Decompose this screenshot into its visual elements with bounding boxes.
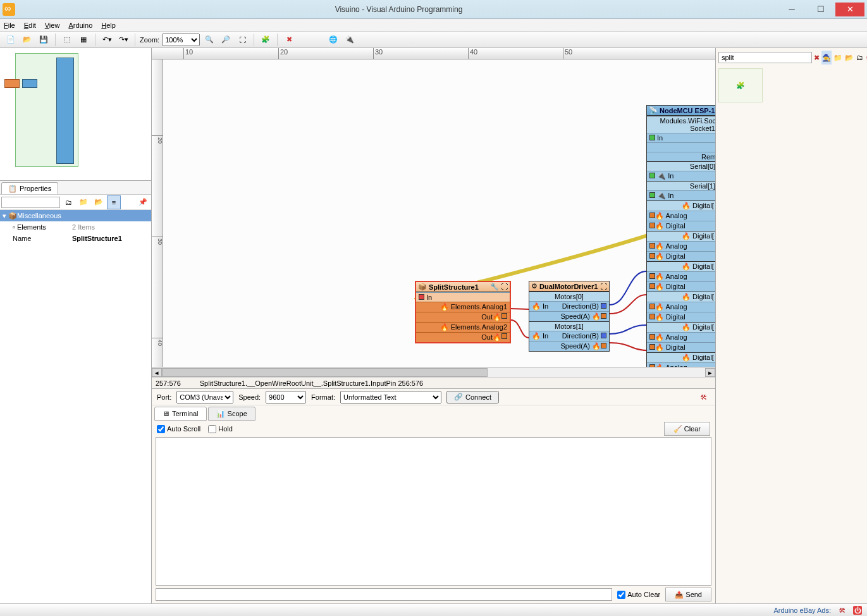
toolbar: 📄 📂 💾 ⬚ ▦ ↶▾ ↷▾ Zoom: 100% 🔍 🔎 ⛶ 🧩 ✖ 🌐 🔌 (0, 32, 867, 48)
port-select[interactable]: COM3 (Unava (176, 391, 233, 403)
delete-icon[interactable]: ✖ (282, 33, 296, 47)
redo-button[interactable]: ↷▾ (116, 33, 130, 47)
menubar: File Edit View Arduino Help (0, 19, 867, 32)
toolbox-search-input[interactable] (718, 52, 812, 63)
speed-label: Speed: (238, 393, 261, 401)
zoom-label: Zoom: (140, 36, 159, 44)
status-path: SplitStructure1.__OpenWireRootUnit__.Spl… (200, 379, 423, 387)
undo-button[interactable]: ↶▾ (100, 33, 114, 47)
toolbox-icon-1[interactable]: 📁 (833, 51, 843, 65)
footer: Arduino eBay Ads: 🛠 ⏻ (0, 603, 867, 616)
terminal-output[interactable] (156, 437, 711, 586)
menu-arduino[interactable]: Arduino (68, 22, 92, 29)
ruler-vertical: 20 30 40 (152, 59, 163, 367)
center-pane: 10 20 30 40 50 20 30 40 (152, 48, 715, 603)
tab-scope[interactable]: 📊 Scope (208, 407, 255, 421)
port-label: Port: (157, 393, 171, 401)
tab-properties[interactable]: 📋 Properties (1, 182, 58, 194)
format-select[interactable]: Unformatted Text (340, 391, 441, 403)
speed-select[interactable]: 9600 (266, 391, 306, 403)
zoom-out-icon[interactable]: 🔎 (219, 33, 233, 47)
serial-tool-icon[interactable]: 🛠 (696, 390, 710, 404)
node-dualmotordriver[interactable]: ⚙DualMotorDriver1⛶ Motors[0] 🔥 InDirecti… (529, 281, 610, 352)
new-button[interactable]: 📄 (4, 33, 18, 47)
hold-checkbox[interactable]: Hold (208, 425, 233, 433)
menu-view[interactable]: View (45, 22, 60, 29)
autoscroll-checkbox[interactable]: Auto Scroll (157, 425, 200, 433)
properties-filter-input[interactable] (1, 197, 60, 208)
tool-icon-1[interactable]: 🧩 (259, 33, 273, 47)
send-input[interactable] (156, 588, 612, 601)
clear-button[interactable]: 🧹 Clear (664, 422, 710, 436)
zoom-select[interactable]: 100% (162, 34, 200, 46)
power-icon[interactable]: ⏻ (853, 606, 862, 615)
toolbox-clear-icon[interactable]: ✖ (813, 51, 820, 65)
autoclear-checkbox[interactable]: Auto Clear (617, 591, 660, 599)
prop-category: ▾ 📦 Miscellaneous (0, 210, 151, 221)
grid-button[interactable]: ▦ (77, 33, 90, 47)
menu-edit[interactable]: Edit (24, 22, 36, 29)
open-button[interactable]: 📂 (20, 33, 34, 47)
menu-help[interactable]: Help (101, 22, 116, 29)
zoom-fit-icon[interactable]: ⛶ (235, 33, 249, 47)
prop-pin-icon[interactable]: 📌 (136, 195, 150, 209)
toolbox-icon-3[interactable]: 🗂 (856, 51, 864, 65)
prop-elements[interactable]: ▫ Elements 2 Items (0, 221, 151, 233)
prop-tool-4[interactable]: ≡ (107, 195, 121, 209)
zoom-in-icon[interactable]: 🔍 (202, 33, 216, 47)
preview-panel[interactable] (0, 48, 151, 181)
footer-tool-icon[interactable]: 🛠 (839, 607, 845, 614)
board-icon[interactable]: 🔌 (343, 33, 357, 47)
ruler-horizontal: 10 20 30 40 50 (152, 48, 715, 59)
prop-tool-3[interactable]: 📂 (92, 195, 106, 209)
status-line: 257:576 SplitStructure1.__OpenWireRootUn… (152, 377, 715, 388)
prop-name[interactable]: Name SplitStructure1 (0, 233, 151, 244)
minimize-button[interactable]: ─ (777, 3, 806, 16)
upload-icon[interactable]: 🌐 (326, 33, 340, 47)
bottom-panel: Port: COM3 (Unava Speed: 9600 Format: Un… (152, 388, 715, 603)
toolbox-pane: ✖ 🧙 📁 📂 🗂 🛠 🧩 (715, 48, 867, 603)
properties-toolbar: 🗂 📁 📂 ≡ 📌 (0, 195, 151, 210)
tab-terminal[interactable]: 🖥 Terminal (154, 407, 207, 421)
canvas[interactable]: 📦SplitStructure1🔧 ⛶ In 🔥 Elements.Analog… (163, 59, 715, 367)
titlebar: Visuino - Visual Arduino Programming ─ ☐… (0, 0, 867, 19)
status-coord: 257:576 (156, 379, 181, 387)
prop-tool-2[interactable]: 📁 (77, 195, 90, 209)
app-icon (3, 3, 15, 16)
send-button[interactable]: 📤 Send (665, 588, 711, 601)
prop-tool-1[interactable]: 🗂 (61, 195, 75, 209)
toolbox-item[interactable]: 🧩 (718, 68, 763, 102)
node-splitstructure[interactable]: 📦SplitStructure1🔧 ⛶ In 🔥 Elements.Analog… (415, 281, 511, 343)
layout-button[interactable]: ⬚ (60, 33, 74, 47)
save-button[interactable]: 💾 (37, 33, 51, 47)
format-label: Format: (311, 393, 335, 401)
node-nodemcu[interactable]: 📡NodeMCU ESP-12🔧 ⛶ Modules.WiFi.Sockets.… (646, 105, 715, 367)
toolbox-icon-2[interactable]: 📂 (844, 51, 854, 65)
connect-button[interactable]: 🔗 Connect (446, 391, 499, 403)
left-pane: 📋 Properties 🗂 📁 📂 ≡ 📌 ▾ 📦 Miscellaneous… (0, 48, 152, 603)
canvas-hscroll[interactable]: ◂▸ (152, 367, 715, 377)
menu-file[interactable]: File (4, 22, 15, 29)
footer-ads-label: Arduino eBay Ads: (773, 607, 831, 614)
toolbox-filter-icon[interactable]: 🧙 (821, 51, 832, 65)
maximize-button[interactable]: ☐ (806, 3, 835, 16)
close-button[interactable]: ✕ (835, 3, 864, 16)
window-title: Visuino - Visual Arduino Programming (20, 5, 777, 14)
properties-tree[interactable]: ▾ 📦 Miscellaneous ▫ Elements 2 Items Nam… (0, 210, 151, 603)
